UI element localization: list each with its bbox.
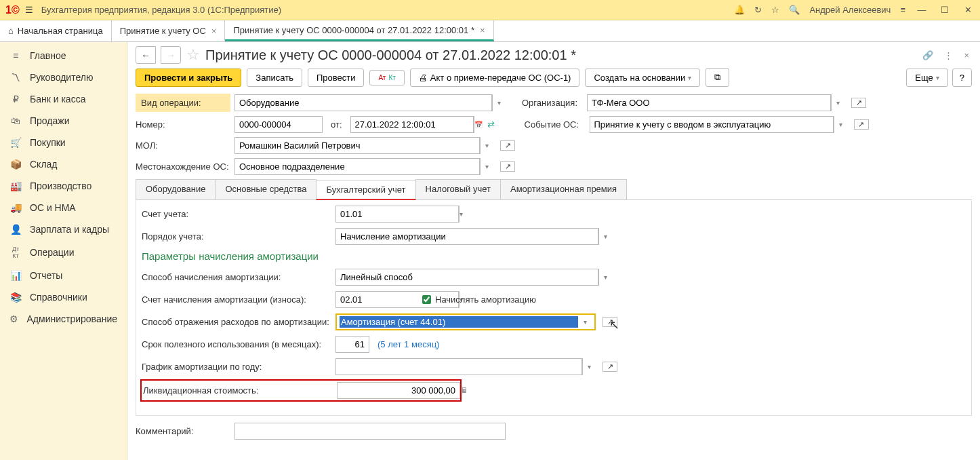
maximize-button[interactable]: ☐ xyxy=(938,5,952,15)
tab-bonus[interactable]: Амортизационная премия xyxy=(500,179,627,199)
books-icon: 📚 xyxy=(9,292,22,303)
likv-input[interactable] xyxy=(337,382,460,399)
app-title: Бухгалтерия предприятия, редакция 3.0 (1… xyxy=(41,5,735,15)
print-os1-button[interactable]: 🖨Акт о приеме-передаче ОС (ОС-1) xyxy=(410,69,580,87)
main-menu-icon[interactable]: ☰ xyxy=(25,5,33,15)
sidebar-item-manager[interactable]: 〽Руководителю xyxy=(0,66,127,88)
sidebar-item-assets[interactable]: 🚚ОС и НМА xyxy=(0,197,127,218)
comment-label: Комментарий: xyxy=(136,426,230,436)
dropdown-icon[interactable]: ▾ xyxy=(831,94,844,111)
dropdown-icon[interactable]: ▾ xyxy=(598,228,612,245)
factory-icon: 🏭 xyxy=(9,180,22,191)
sidebar-item-stock[interactable]: 📦Склад xyxy=(0,153,127,175)
sidebar-item-salary[interactable]: 👤Зарплата и кадры xyxy=(0,218,127,240)
sidebar-item-sales[interactable]: 🛍Продажи xyxy=(0,110,127,132)
rashod-value-selected[interactable]: Амортизация (счет 44.01) xyxy=(340,316,578,328)
help-button[interactable]: ? xyxy=(952,69,972,87)
org-input[interactable] xyxy=(587,94,831,111)
open-ref-icon[interactable]: ↗ xyxy=(603,362,617,372)
calc-icon[interactable]: 🖩 xyxy=(460,382,468,399)
sidebar-item-reports[interactable]: 📊Отчеты xyxy=(0,265,127,286)
settings-icon[interactable]: ≡ xyxy=(900,5,905,15)
open-ref-icon[interactable]: ↗ xyxy=(854,119,869,130)
bell-icon[interactable]: 🔔 xyxy=(734,5,745,15)
tab-doc-current[interactable]: Принятие к учету ОС 0000-000004 от 27.01… xyxy=(225,20,493,41)
open-ref-icon[interactable]: ↗ xyxy=(500,140,515,151)
mol-input[interactable] xyxy=(234,137,480,154)
sidebar-item-bank[interactable]: ₽Банк и касса xyxy=(0,88,127,110)
dropdown-icon[interactable]: ▾ xyxy=(578,316,592,328)
poryadok-input[interactable] xyxy=(335,228,598,245)
gear-icon: ⚙ xyxy=(9,313,19,324)
post-button[interactable]: Провести xyxy=(308,69,365,87)
vid-input[interactable] xyxy=(234,94,492,111)
calendar-icon[interactable]: 📅 xyxy=(474,116,483,133)
srok-input[interactable] xyxy=(335,336,369,353)
dtkt-button[interactable]: АтКт xyxy=(369,70,404,85)
sidebar-item-main[interactable]: ≡Главное xyxy=(0,45,127,66)
dropdown-icon[interactable]: ▾ xyxy=(492,94,506,111)
kebab-icon[interactable]: ⋮ xyxy=(941,50,956,60)
nav-forward-button[interactable]: → xyxy=(161,46,181,64)
create-based-button[interactable]: Создать на основании xyxy=(585,69,700,87)
grafik-input[interactable] xyxy=(335,358,582,375)
nav-back-button[interactable]: ← xyxy=(136,46,156,64)
sidebar-item-label: Банк и касса xyxy=(30,94,85,104)
num-input[interactable] xyxy=(234,116,323,133)
tab-home[interactable]: ⌂ Начальная страница xyxy=(0,20,112,41)
loc-input[interactable] xyxy=(234,158,480,175)
tab-tax[interactable]: Налоговый учет xyxy=(415,179,501,199)
comment-input[interactable] xyxy=(234,423,506,440)
open-ref-icon[interactable]: ↗ xyxy=(851,98,866,108)
tab-fixed-assets[interactable]: Основные средства xyxy=(215,179,317,199)
dropdown-icon[interactable]: ▾ xyxy=(582,358,596,375)
more-button[interactable]: Еще xyxy=(906,69,947,87)
sidebar-item-admin[interactable]: ⚙Администрирование xyxy=(0,308,127,330)
org-label: Организация: xyxy=(522,98,583,108)
dropdown-icon[interactable]: ▾ xyxy=(598,269,612,286)
post-and-close-button[interactable]: Провести и закрыть xyxy=(136,69,241,87)
ruble-icon: ₽ xyxy=(9,94,22,104)
sidebar-item-refs[interactable]: 📚Справочники xyxy=(0,286,127,308)
close-window-button[interactable]: ✕ xyxy=(961,5,975,15)
star-icon[interactable]: ☆ xyxy=(771,5,779,15)
sidebar-item-purchases[interactable]: 🛒Покупки xyxy=(0,132,127,153)
history-icon[interactable]: ↻ xyxy=(754,5,762,15)
grafik-label: График амортизации по году: xyxy=(142,362,331,372)
inner-tabs: Оборудование Основные средства Бухгалтер… xyxy=(136,179,972,200)
sidebar-item-production[interactable]: 🏭Производство xyxy=(0,175,127,197)
dropdown-icon[interactable]: ▾ xyxy=(480,137,493,154)
open-ref-icon[interactable]: ↗ xyxy=(500,161,515,172)
sposob-input[interactable] xyxy=(335,269,598,286)
close-doc-icon[interactable]: × xyxy=(961,50,972,60)
dropdown-icon[interactable]: ▾ xyxy=(459,206,463,223)
close-icon[interactable]: × xyxy=(211,26,217,36)
close-icon[interactable]: × xyxy=(480,25,485,35)
date-input[interactable] xyxy=(350,116,474,133)
structure-button[interactable]: ⧉ xyxy=(706,68,729,87)
tab-label: Принятие к учету ОС xyxy=(120,26,206,36)
minimize-button[interactable]: — xyxy=(915,5,928,15)
event-input[interactable] xyxy=(590,116,834,133)
user-name[interactable]: Андрей Алексеевич xyxy=(809,5,891,15)
person-icon: 👤 xyxy=(9,224,22,235)
sposob-label: Способ начисления амортизации: xyxy=(142,272,331,282)
tab-label: Принятие к учету ОС 0000-000004 от 27.01… xyxy=(233,25,474,35)
sidebar-item-label: Операции xyxy=(30,247,75,258)
favorite-star-icon[interactable]: ☆ xyxy=(186,46,200,64)
tab-accounting[interactable]: Бухгалтерский учет xyxy=(316,180,415,200)
link-icon[interactable]: 🔗 xyxy=(920,50,936,60)
search-icon[interactable]: 🔍 xyxy=(789,5,800,15)
bars-icon: 📊 xyxy=(9,270,22,281)
dropdown-icon[interactable]: ▾ xyxy=(834,116,847,133)
save-button[interactable]: Записать xyxy=(247,69,302,87)
tab-doc-list[interactable]: Принятие к учету ОС × xyxy=(112,20,226,41)
open-ref-icon[interactable]: ↗ xyxy=(603,317,617,327)
charge-amort-checkbox[interactable] xyxy=(422,295,431,304)
sidebar-item-label: Отчеты xyxy=(30,270,62,281)
schet-input[interactable] xyxy=(335,206,459,223)
schet-label: Счет учета: xyxy=(142,209,331,219)
sidebar-item-operations[interactable]: ДтКтОперации xyxy=(0,240,127,265)
tab-equipment[interactable]: Оборудование xyxy=(136,179,216,199)
dropdown-icon[interactable]: ▾ xyxy=(480,158,493,175)
